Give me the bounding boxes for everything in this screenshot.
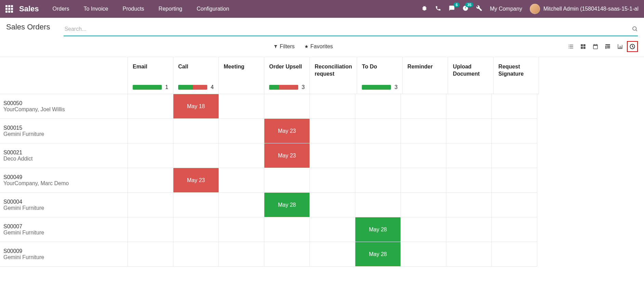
data-cell[interactable]: [492, 168, 537, 193]
data-cell[interactable]: [310, 242, 355, 267]
data-cell[interactable]: [492, 193, 537, 217]
data-cell[interactable]: [446, 119, 492, 143]
progress-bar[interactable]: [178, 85, 207, 90]
col-header[interactable]: Meeting: [219, 57, 264, 94]
col-header[interactable]: Email1: [128, 57, 173, 94]
data-cell[interactable]: [310, 94, 355, 119]
data-cell[interactable]: [446, 217, 492, 242]
activity-card[interactable]: May 28: [355, 242, 400, 266]
data-cell[interactable]: [492, 217, 537, 242]
data-cell[interactable]: May 23: [264, 119, 310, 143]
data-cell[interactable]: [401, 119, 446, 143]
activity-card[interactable]: May 28: [355, 217, 400, 242]
view-calendar-button[interactable]: [590, 41, 601, 52]
col-header[interactable]: Upload Document: [448, 57, 494, 94]
user-menu[interactable]: Mitchell Admin (15804148-saas-15-1-al: [530, 4, 639, 14]
col-header[interactable]: Request Signature: [494, 57, 539, 94]
favorites-button[interactable]: Favorites: [304, 43, 333, 50]
data-cell[interactable]: [355, 168, 401, 193]
view-list-button[interactable]: [565, 41, 576, 52]
phone-icon[interactable]: [435, 5, 441, 13]
data-cell[interactable]: [355, 143, 401, 168]
data-cell[interactable]: [446, 143, 492, 168]
data-cell[interactable]: [401, 193, 446, 217]
data-cell[interactable]: [128, 143, 173, 168]
data-cell[interactable]: [310, 193, 355, 217]
data-cell[interactable]: [128, 119, 173, 143]
data-cell[interactable]: [128, 94, 173, 119]
data-cell[interactable]: [401, 242, 446, 267]
row-header[interactable]: S00049YourCompany, Marc Demo: [0, 168, 128, 193]
data-cell[interactable]: [401, 94, 446, 119]
data-cell[interactable]: [492, 119, 537, 143]
filters-button[interactable]: Filters: [274, 43, 295, 50]
data-cell[interactable]: [492, 94, 537, 119]
data-cell[interactable]: [219, 193, 264, 217]
activity-card[interactable]: May 28: [264, 193, 310, 217]
data-cell[interactable]: [446, 193, 492, 217]
col-header[interactable]: Call4: [173, 57, 219, 94]
data-cell[interactable]: [128, 193, 173, 217]
data-cell[interactable]: [401, 217, 446, 242]
data-cell[interactable]: [355, 193, 401, 217]
col-header[interactable]: Order Upsell3: [264, 57, 310, 94]
nav-to-invoice[interactable]: To Invoice: [83, 6, 108, 12]
data-cell[interactable]: [173, 193, 219, 217]
progress-bar[interactable]: [269, 85, 298, 90]
data-cell[interactable]: [219, 242, 264, 267]
data-cell[interactable]: [128, 168, 173, 193]
data-cell[interactable]: [264, 242, 310, 267]
data-cell[interactable]: [219, 94, 264, 119]
messages-icon[interactable]: 6: [449, 5, 455, 13]
data-cell[interactable]: May 28: [355, 217, 401, 242]
search-button[interactable]: [632, 26, 638, 33]
data-cell[interactable]: [446, 168, 492, 193]
data-cell[interactable]: [310, 217, 355, 242]
activities-icon[interactable]: 35: [462, 5, 469, 13]
data-cell[interactable]: [264, 168, 310, 193]
data-cell[interactable]: [219, 119, 264, 143]
activity-card[interactable]: May 23: [173, 168, 219, 192]
data-cell[interactable]: [492, 242, 537, 267]
row-header[interactable]: S00004Gemini Furniture: [0, 193, 128, 217]
col-header[interactable]: Reconciliation request: [310, 57, 357, 94]
data-cell[interactable]: May 23: [173, 168, 219, 193]
row-header[interactable]: S00021Deco Addict: [0, 143, 128, 168]
nav-products[interactable]: Products: [122, 6, 144, 12]
nav-reporting[interactable]: Reporting: [159, 6, 182, 12]
nav-configuration[interactable]: Configuration: [197, 6, 229, 12]
progress-bar[interactable]: [133, 85, 162, 90]
data-cell[interactable]: [173, 242, 219, 267]
data-cell[interactable]: [310, 168, 355, 193]
col-header[interactable]: Reminder: [403, 57, 448, 94]
data-cell[interactable]: [128, 242, 173, 267]
view-graph-button[interactable]: [615, 41, 626, 52]
activity-card[interactable]: May 18: [173, 94, 219, 118]
nav-orders[interactable]: Orders: [53, 6, 69, 12]
data-cell[interactable]: [310, 143, 355, 168]
data-cell[interactable]: [264, 94, 310, 119]
data-cell[interactable]: May 28: [355, 242, 401, 267]
data-cell[interactable]: [173, 143, 219, 168]
data-cell[interactable]: [128, 217, 173, 242]
data-cell[interactable]: [219, 168, 264, 193]
row-header[interactable]: S00009Gemini Furniture: [0, 242, 128, 267]
data-cell[interactable]: [401, 143, 446, 168]
data-cell[interactable]: [173, 217, 219, 242]
company-switcher[interactable]: My Company: [490, 6, 522, 12]
activity-card[interactable]: May 23: [264, 119, 310, 143]
data-cell[interactable]: [446, 94, 492, 119]
row-header[interactable]: S00015Gemini Furniture: [0, 119, 128, 143]
data-cell[interactable]: May 18: [173, 94, 219, 119]
data-cell[interactable]: [355, 94, 401, 119]
data-cell[interactable]: [492, 143, 537, 168]
data-cell[interactable]: [219, 143, 264, 168]
data-cell[interactable]: [173, 119, 219, 143]
data-cell[interactable]: [355, 119, 401, 143]
row-header[interactable]: S00050YourCompany, Joel Willis: [0, 94, 128, 119]
view-pivot-button[interactable]: [602, 41, 613, 52]
data-cell[interactable]: [446, 242, 492, 267]
apps-icon[interactable]: [5, 5, 13, 13]
view-kanban-button[interactable]: [578, 41, 589, 52]
activity-card[interactable]: May 23: [264, 143, 310, 168]
